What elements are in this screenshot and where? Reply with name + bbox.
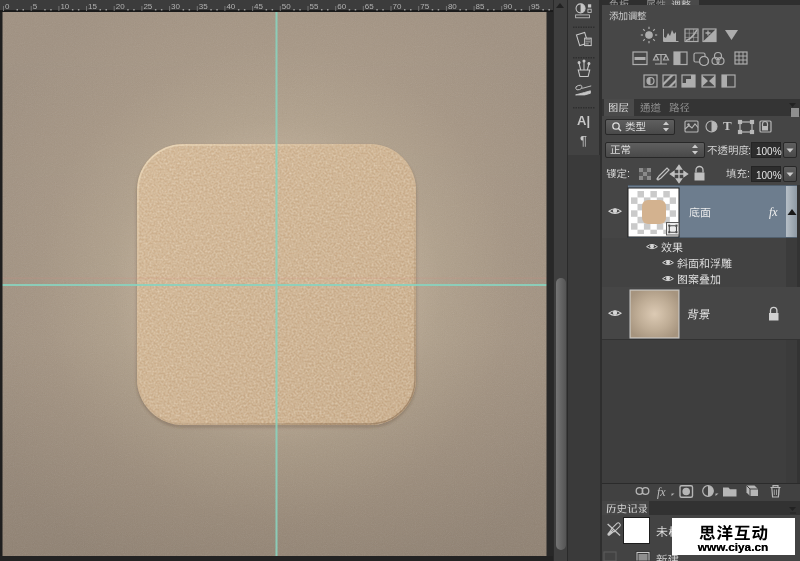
svg-text:www.ciya.cn: www.ciya.cn bbox=[697, 540, 768, 554]
